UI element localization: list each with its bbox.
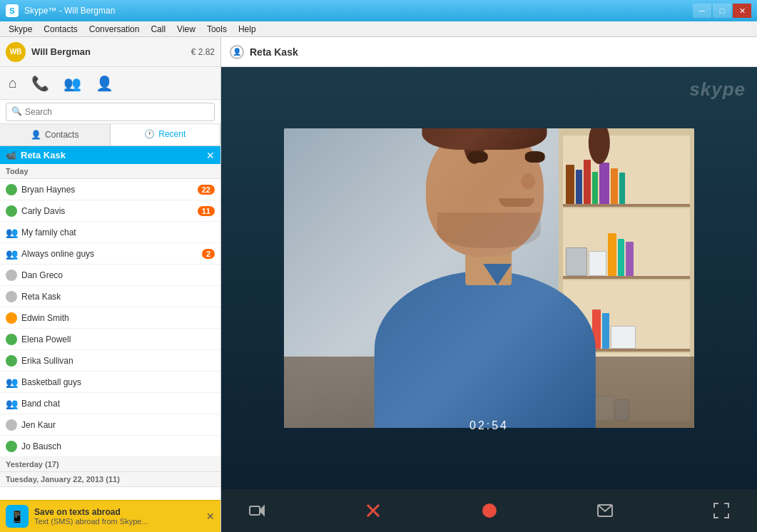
search-icon: 🔍 bbox=[11, 106, 22, 116]
toolbar: ⌂ 📞 👥 👤 bbox=[0, 67, 220, 100]
avatar: WB bbox=[6, 42, 26, 62]
section-yesterday: Yesterday (17) bbox=[0, 457, 220, 472]
call-timer: 02:54 bbox=[469, 419, 509, 432]
contacts-icon[interactable]: 👥 bbox=[63, 75, 81, 92]
tab-recent[interactable]: 🕐 Recent bbox=[111, 124, 221, 145]
unread-badge: 2 bbox=[202, 249, 215, 259]
contact-name: Band chat bbox=[21, 399, 215, 409]
contact-name: Bryan Haynes bbox=[21, 185, 193, 195]
record-button[interactable] bbox=[475, 496, 504, 525]
menu-view[interactable]: View bbox=[171, 23, 201, 36]
menu-bar: Skype Contacts Conversation Call View To… bbox=[0, 21, 757, 37]
list-item[interactable]: Jo Bausch bbox=[0, 436, 220, 457]
profile-credit: € 2.82 bbox=[191, 47, 215, 57]
close-button[interactable]: ✕ bbox=[733, 4, 751, 18]
video-contact-name: Reta Kask bbox=[250, 46, 298, 58]
end-call-button[interactable] bbox=[359, 496, 387, 525]
status-online-icon bbox=[6, 205, 17, 217]
list-item[interactable]: 👥 Basketball guys bbox=[0, 372, 220, 393]
notification-subtitle: Text (SMS) abroad from Skype... bbox=[34, 517, 200, 526]
contact-name: Erika Sullivan bbox=[21, 356, 215, 366]
title-bar-left: S Skype™ - Will Bergman bbox=[6, 4, 115, 17]
unread-badge: 22 bbox=[198, 185, 215, 195]
status-online-icon bbox=[6, 441, 17, 452]
list-item[interactable]: 👥 Band chat bbox=[0, 393, 220, 414]
fullscreen-button[interactable] bbox=[707, 496, 736, 525]
section-tuesday: Tuesday, January 22, 2013 (11) bbox=[0, 472, 220, 487]
menu-help[interactable]: Help bbox=[233, 23, 262, 36]
call-icon[interactable]: 📞 bbox=[31, 75, 49, 92]
video-call-icon: 📹 bbox=[6, 150, 16, 160]
group-icon: 👥 bbox=[6, 227, 17, 238]
title-bar: S Skype™ - Will Bergman ─ □ ✕ bbox=[0, 0, 757, 21]
right-panel: 👤 Reta Kask skype bbox=[221, 37, 757, 532]
contact-avatar-icon: 👤 bbox=[230, 45, 244, 59]
notification-text: Save on texts abroad Text (SMS) abroad f… bbox=[34, 507, 200, 526]
profile-bar: WB Will Bergman € 2.82 bbox=[0, 37, 220, 67]
notification-banner: 📱 Save on texts abroad Text (SMS) abroad… bbox=[0, 500, 220, 532]
video-area: skype bbox=[221, 67, 757, 489]
contact-name: Dan Greco bbox=[21, 270, 215, 280]
restore-button[interactable]: □ bbox=[713, 4, 731, 18]
status-online-icon bbox=[6, 334, 17, 345]
recent-icon-tab: 🕐 bbox=[144, 129, 155, 139]
close-active-contact[interactable]: ✕ bbox=[206, 150, 215, 161]
tabs: 👤 Contacts 🕐 Recent bbox=[0, 124, 220, 146]
active-contact-bar: 📹 Reta Kask ✕ bbox=[0, 146, 220, 164]
group-icon: 👥 bbox=[6, 248, 17, 260]
group-icon: 👥 bbox=[6, 398, 17, 409]
menu-skype[interactable]: Skype bbox=[3, 23, 38, 36]
controls-bar bbox=[221, 489, 757, 532]
status-away-icon bbox=[6, 312, 17, 324]
list-item[interactable]: Carly Davis 11 bbox=[0, 200, 220, 222]
list-item[interactable]: Edwin Smith bbox=[0, 307, 220, 329]
contact-name: Basketball guys bbox=[21, 377, 215, 387]
group-icon: 👥 bbox=[6, 377, 17, 388]
unread-badge: 11 bbox=[198, 206, 215, 216]
list-item[interactable]: Bryan Haynes 22 bbox=[0, 179, 220, 200]
add-contact-icon[interactable]: 👤 bbox=[96, 75, 113, 92]
notification-close-button[interactable]: ✕ bbox=[206, 511, 215, 522]
menu-tools[interactable]: Tools bbox=[201, 23, 233, 36]
status-online-icon bbox=[6, 184, 17, 195]
minimize-button[interactable]: ─ bbox=[693, 4, 711, 18]
skype-logo-icon: S bbox=[6, 4, 19, 17]
list-item[interactable]: Reta Kask bbox=[0, 286, 220, 307]
status-offline-icon bbox=[6, 419, 17, 431]
contact-name: Jen Kaur bbox=[21, 420, 215, 430]
window-title: Skype™ - Will Bergman bbox=[24, 6, 115, 16]
search-bar: 🔍 bbox=[0, 100, 220, 124]
window-controls: ─ □ ✕ bbox=[693, 4, 751, 18]
main-container: WB Will Bergman € 2.82 ⌂ 📞 👥 👤 🔍 👤 Conta… bbox=[0, 37, 757, 532]
video-frame bbox=[284, 128, 694, 428]
search-input[interactable] bbox=[6, 103, 215, 121]
menu-conversation[interactable]: Conversation bbox=[83, 23, 146, 36]
svg-rect-0 bbox=[250, 506, 260, 515]
list-item[interactable]: Elena Powell bbox=[0, 329, 220, 350]
menu-contacts[interactable]: Contacts bbox=[38, 23, 83, 36]
list-item[interactable]: 👥 My family chat bbox=[0, 222, 220, 243]
right-header: 👤 Reta Kask bbox=[221, 37, 757, 67]
notification-title: Save on texts abroad bbox=[34, 507, 200, 517]
status-online-icon bbox=[6, 355, 17, 367]
profile-name: Will Bergman bbox=[31, 46, 186, 57]
contact-name: My family chat bbox=[21, 227, 215, 237]
tab-contacts[interactable]: 👤 Contacts bbox=[0, 124, 111, 145]
status-offline-icon bbox=[6, 270, 17, 281]
list-item[interactable]: Dan Greco bbox=[0, 265, 220, 286]
search-wrapper: 🔍 bbox=[6, 103, 215, 121]
list-item[interactable]: 👥 Always online guys 2 bbox=[0, 243, 220, 265]
contacts-icon-tab: 👤 bbox=[31, 130, 41, 140]
section-today: Today bbox=[0, 164, 220, 179]
left-panel: WB Will Bergman € 2.82 ⌂ 📞 👥 👤 🔍 👤 Conta… bbox=[0, 37, 221, 532]
contact-name: Carly Davis bbox=[21, 206, 193, 216]
contact-name: Always online guys bbox=[21, 249, 198, 259]
status-offline-icon bbox=[6, 291, 17, 302]
home-icon[interactable]: ⌂ bbox=[9, 75, 17, 91]
menu-call[interactable]: Call bbox=[145, 23, 171, 36]
contact-name: Reta Kask bbox=[21, 292, 215, 302]
message-button[interactable] bbox=[591, 496, 619, 525]
list-item[interactable]: Jen Kaur bbox=[0, 414, 220, 436]
camera-button[interactable] bbox=[243, 496, 271, 525]
list-item[interactable]: Erika Sullivan bbox=[0, 350, 220, 372]
